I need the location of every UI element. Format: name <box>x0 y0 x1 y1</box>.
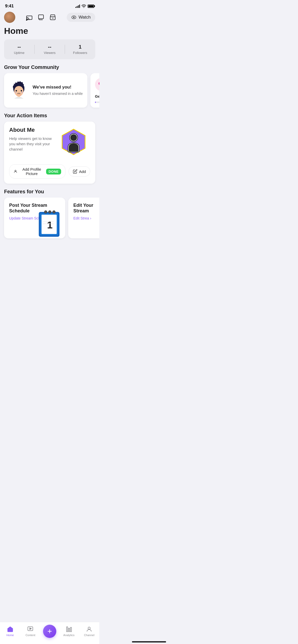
action-description: Help viewers get to know you when they v… <box>9 136 53 152</box>
followers-stat: 1 Followers <box>65 44 95 55</box>
edit-stream-feature-card[interactable]: Edit YourStream Edit Strea › <box>68 198 99 238</box>
watch-button[interactable]: Watch <box>67 13 95 22</box>
action-content: About Me Help viewers get to know you wh… <box>9 127 90 160</box>
edit-stream-label: Edit Strea <box>73 216 89 220</box>
calendar-icon: 1 <box>35 208 65 238</box>
svg-point-10 <box>21 90 22 91</box>
status-icons <box>75 4 94 8</box>
missed-you-title: We've missed you! <box>33 85 83 90</box>
about-me-card: About Me Help viewers get to know you wh… <box>4 122 95 184</box>
cast-icon[interactable] <box>26 14 33 21</box>
status-time: 9:41 <box>5 4 14 9</box>
add-profile-picture-button[interactable]: Add Profile Picture DONE <box>9 164 65 179</box>
profile-illustration <box>57 127 90 160</box>
anime-avatar <box>9 80 29 101</box>
uptime-value: -- <box>4 44 34 50</box>
svg-point-21 <box>15 170 16 171</box>
add-edit-label: Add <box>79 169 86 174</box>
svg-point-9 <box>16 90 17 91</box>
signal-bars-icon <box>75 4 80 8</box>
svg-point-27 <box>52 211 55 213</box>
missed-you-card[interactable]: We've missed you! You haven't streamed i… <box>4 73 87 108</box>
svg-point-6 <box>73 17 75 18</box>
viewers-label: Viewers <box>35 51 65 55</box>
followers-label: Followers <box>65 51 95 55</box>
svg-point-20 <box>70 134 77 141</box>
get-followers-title: Get 50 Follo <box>95 94 99 98</box>
page-title: Home <box>0 25 99 39</box>
viewers-value: -- <box>35 44 65 50</box>
eye-icon <box>71 15 76 20</box>
edit-stream-title: Edit YourStream <box>73 203 99 214</box>
stats-card: -- Uptime -- Viewers 1 Followers <box>4 39 95 59</box>
done-badge: DONE <box>46 169 61 174</box>
get-followers-card[interactable]: Get 50 Follo <box>90 73 99 108</box>
schedule-feature-card[interactable]: Post Your StreamSchedule Update Stream S… <box>4 198 65 238</box>
profile-silhouette-icon <box>58 128 89 158</box>
edit-icon <box>73 169 77 174</box>
chat-icon[interactable] <box>38 14 44 21</box>
person-icon <box>13 169 18 174</box>
add-profile-picture-label: Add Profile Picture <box>20 167 44 176</box>
battery-icon <box>88 5 94 8</box>
missed-you-description: You haven't streamed in a while <box>33 91 83 96</box>
bottom-spacer <box>0 243 99 269</box>
avatar[interactable] <box>4 12 15 23</box>
svg-rect-3 <box>38 15 44 19</box>
svg-point-2 <box>26 20 27 20</box>
nav-icons <box>26 14 56 21</box>
features-scroll: Post Your StreamSchedule Update Stream S… <box>0 198 99 243</box>
followers-progress-fill <box>95 101 96 103</box>
missed-you-text: We've missed you! You haven't streamed i… <box>33 85 83 96</box>
action-title: About Me <box>9 127 53 133</box>
svg-point-25 <box>44 211 47 213</box>
svg-point-0 <box>84 7 84 8</box>
uptime-stat: -- Uptime <box>4 44 34 55</box>
edit-stream-link[interactable]: Edit Strea › <box>73 216 99 220</box>
community-section-title: Grow Your Community <box>0 64 99 73</box>
community-cards-scroll: We've missed you! You haven't streamed i… <box>0 73 99 113</box>
svg-text:1: 1 <box>47 219 53 230</box>
svg-point-13 <box>15 92 17 93</box>
calendar-illustration: 1 <box>35 208 65 238</box>
viewers-stat: -- Viewers <box>35 44 65 55</box>
action-items-section-title: Your Action Items <box>0 113 99 122</box>
svg-point-26 <box>48 211 51 213</box>
features-section-title: Features for You <box>0 189 99 198</box>
heart-icon <box>98 81 99 88</box>
status-bar: 9:41 <box>0 0 99 10</box>
wifi-icon <box>82 4 86 8</box>
followers-progress-bar <box>95 101 99 103</box>
action-text: About Me Help viewers get to know you wh… <box>9 127 57 152</box>
uptime-label: Uptime <box>4 51 34 55</box>
heart-icon-circle <box>95 78 99 91</box>
add-edit-button[interactable]: Add <box>69 166 90 177</box>
inbox-icon[interactable] <box>49 14 56 21</box>
svg-point-14 <box>21 92 23 93</box>
header-nav: Watch <box>0 10 99 25</box>
anime-character-icon <box>9 80 29 101</box>
followers-value: 1 <box>65 44 95 50</box>
action-buttons: Add Profile Picture DONE Add <box>9 164 90 179</box>
